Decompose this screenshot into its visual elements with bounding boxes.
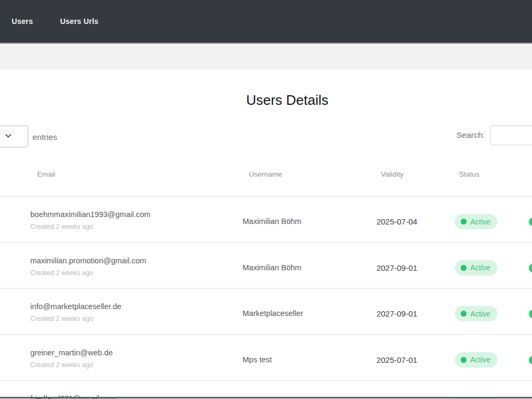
top-navbar: Users Users Urls <box>0 0 532 44</box>
table-header: Email Username Validity Status <box>0 170 532 179</box>
nav-item-users-urls[interactable]: Users Urls <box>60 17 98 26</box>
created-ago-text: Created 2 weeks ago <box>30 315 121 322</box>
status-label: Active <box>470 263 491 272</box>
page-title: Users Details <box>246 92 329 109</box>
table-row[interactable]: info@marketplaceseller.de Created 2 week… <box>0 288 532 334</box>
status-badge: Active <box>455 352 497 368</box>
horizontal-scrollbar[interactable] <box>0 397 532 398</box>
clipped-green-indicator <box>529 218 532 226</box>
status-label: Active <box>470 355 491 364</box>
status-label: Active <box>470 218 491 226</box>
email-cell: boehmmaximilian1993@gmail.com Created 2 … <box>30 211 151 230</box>
clipped-green-indicator <box>529 356 532 364</box>
nav-item-users[interactable]: Users <box>12 17 33 26</box>
search-label: Search: <box>456 130 485 140</box>
validity-cell: 2027-09-01 <box>372 264 421 272</box>
email-text: greiner_martin@web.de <box>30 349 113 357</box>
email-text: info@marketplaceseller.de <box>30 303 121 311</box>
column-header-status[interactable]: Status <box>459 170 479 178</box>
email-cell: greiner_martin@web.de Created 2 weeks ag… <box>30 349 113 368</box>
status-badge: Active <box>455 260 497 276</box>
username-cell: Maximilian Böhm <box>243 264 301 272</box>
column-header-username[interactable]: Username <box>249 170 282 178</box>
table-body: boehmmaximilian1993@gmail.com Created 2 … <box>0 196 532 399</box>
status-dot-icon <box>461 311 467 317</box>
email-cell: info@marketplaceseller.de Created 2 week… <box>30 303 121 322</box>
email-text: boehmmaximilian1993@gmail.com <box>30 211 151 219</box>
search-input[interactable] <box>490 126 532 145</box>
validity-cell: 2027-09-01 <box>372 310 421 318</box>
column-header-email[interactable]: Email <box>37 170 55 178</box>
entries-label: entries <box>32 132 57 142</box>
email-text: maximilian.promotion@gmail.com <box>30 257 146 265</box>
username-cell: Mps test <box>243 356 272 364</box>
status-badge: Active <box>455 214 497 229</box>
email-cell: maximilian.promotion@gmail.com Created 2… <box>30 257 146 276</box>
table-row[interactable]: greiner_martin@web.de Created 2 weeks ag… <box>0 334 532 380</box>
entries-length-select[interactable] <box>0 126 28 147</box>
table-row[interactable]: friedland771@gmail.com Created 2 weeks a… <box>0 380 532 399</box>
status-label: Active <box>470 310 491 318</box>
table-row[interactable]: boehmmaximilian1993@gmail.com Created 2 … <box>0 196 532 242</box>
validity-cell: 2025-07-01 <box>372 356 421 364</box>
status-badge: Active <box>455 306 497 321</box>
clipped-green-indicator <box>529 310 532 318</box>
chevron-down-icon <box>5 134 11 138</box>
clipped-green-indicator <box>529 264 532 272</box>
created-ago-text: Created 2 weeks ago <box>30 270 146 276</box>
column-header-validity[interactable]: Validity <box>381 170 404 178</box>
username-cell: Marketplaceseller <box>243 310 303 318</box>
validity-cell: 2025-07-04 <box>372 218 421 226</box>
username-cell: Maximilian Böhm <box>243 218 301 226</box>
created-ago-text: Created 2 weeks ago <box>30 362 113 368</box>
created-ago-text: Created 2 weeks ago <box>30 223 151 230</box>
status-dot-icon <box>461 265 467 271</box>
status-dot-icon <box>461 219 467 225</box>
sub-header-bar <box>0 44 532 70</box>
table-row[interactable]: maximilian.promotion@gmail.com Created 2… <box>0 242 532 288</box>
status-dot-icon <box>461 357 467 363</box>
